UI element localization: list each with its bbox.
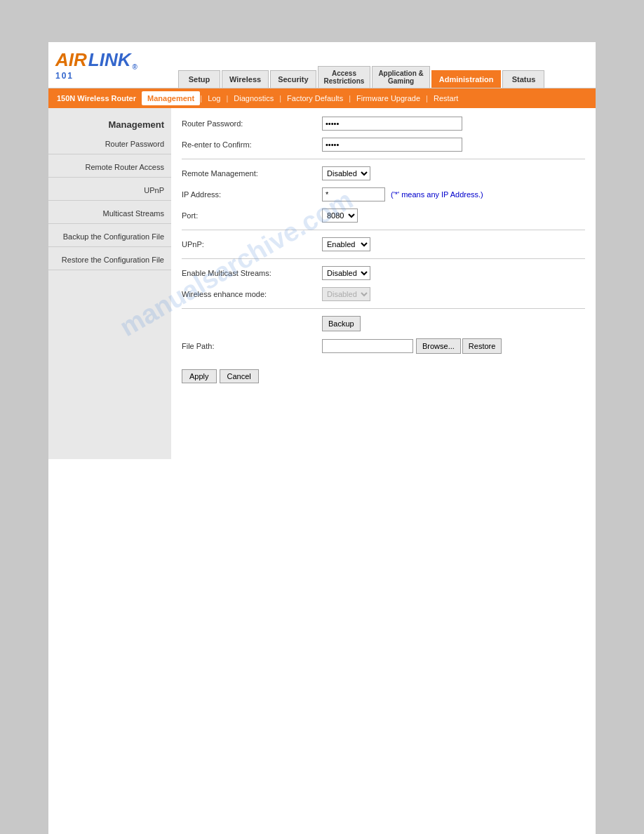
tab-administration[interactable]: Administration [431,70,502,88]
sidebar-section-multicast: Multicast Streams [48,204,171,224]
sidebar-label-backup: Backup the Configuration File [48,230,171,244]
reenter-label: Re-enter to Confirm: [182,140,322,149]
action-buttons: Apply Cancel [182,369,585,383]
ip-address-input[interactable] [322,187,385,201]
router-password-row: Router Password: [182,115,585,132]
multicast-row: Enable Multicast Streams: Disabled Enabl… [182,265,585,282]
subnav-bar: 150N Wireless Router Management | Log | … [48,88,596,108]
reenter-input[interactable] [322,138,462,152]
logo-text-air: AIR [55,49,87,71]
browse-button[interactable]: Browse... [416,338,461,354]
router-password-input[interactable] [322,117,462,131]
wireless-enhance-select[interactable]: Disabled Enabled [322,287,370,301]
port-label: Port: [182,211,322,220]
subnav-sep4: | [349,94,351,102]
page-title: Management [48,115,171,134]
subnav-sep3: | [279,94,281,102]
sidebar-section-restore: Restore the Configuration File [48,250,171,270]
tab-status[interactable]: Status [502,70,544,88]
reenter-row: Re-enter to Confirm: [182,136,585,153]
multicast-select[interactable]: Disabled Enabled [322,266,370,280]
apply-button[interactable]: Apply [182,369,217,383]
sidebar-label-multicast: Multicast Streams [48,206,171,220]
logo-101: 101 [55,71,74,81]
remote-management-select[interactable]: Disabled Enabled [322,166,370,180]
file-path-input[interactable] [322,339,413,353]
sidebar-label-restore: Restore the Configuration File [48,253,171,267]
subnav-log[interactable]: Log [202,91,226,105]
subnav-sep2: | [226,94,228,102]
sidebar-label-upnp: UPnP [48,183,171,197]
sidebar-section-router-password: Router Password [48,134,171,154]
subnav-management[interactable]: Management [142,91,200,105]
port-select[interactable]: 8080 [322,208,358,223]
tab-access[interactable]: AccessRestrictions [318,66,371,88]
nav-tabs: Setup Wireless Security AccessRestrictio… [171,42,596,88]
backup-row: Backup [182,315,585,333]
device-label: 150N Wireless Router [51,94,142,102]
logo-registered: ® [132,63,137,71]
subnav-sep5: | [426,94,428,102]
sidebar-label-remote-access: Remote Router Access [48,160,171,174]
upnp-label: UPnP: [182,240,322,249]
sidebar-section-upnp: UPnP [48,180,171,201]
sidebar-section-remote-access: Remote Router Access [48,157,171,178]
main-content: Router Password: Re-enter to Confirm: Re… [171,108,596,459]
multicast-label: Enable Multicast Streams: [182,269,322,277]
port-row: Port: 8080 [182,207,585,224]
restore-row: File Path: Browse... Restore [182,337,585,355]
tab-wireless[interactable]: Wireless [222,70,269,88]
remote-management-row: Remote Management: Disabled Enabled [182,165,585,182]
header: AIRLINK® 101 Setup Wireless Security Acc… [48,42,596,88]
logo-text-link: LINK [88,49,131,71]
subnav-diagnostics[interactable]: Diagnostics [228,91,279,105]
logo: AIRLINK® 101 [55,49,137,81]
subnav-firmware-upgrade[interactable]: Firmware Upgrade [351,91,426,105]
tab-security[interactable]: Security [270,70,316,88]
subnav-factory-defaults[interactable]: Factory Defaults [281,91,349,105]
file-path-label: File Path: [182,342,322,350]
subnav-sep1: | [200,94,202,102]
divider-4 [182,308,585,309]
divider-2 [182,230,585,230]
content-wrapper: manualsarchive.com Management Router Pas… [48,108,596,459]
tab-setup[interactable]: Setup [178,70,220,88]
subnav-restart[interactable]: Restart [428,91,464,105]
divider-1 [182,159,585,159]
content-area: Management Router Password Remote Router… [48,108,596,459]
wireless-enhance-label: Wireless enhance mode: [182,290,322,298]
upnp-row: UPnP: Enabled Disabled [182,236,585,253]
restore-button[interactable]: Restore [462,338,502,354]
backup-button[interactable]: Backup [322,316,361,331]
sidebar-section-backup: Backup the Configuration File [48,227,171,247]
router-password-label: Router Password: [182,119,322,128]
sidebar-label-router-password: Router Password [48,137,171,151]
tab-appgaming[interactable]: Application &Gaming [372,66,429,88]
left-sidebar: Management Router Password Remote Router… [48,108,171,459]
ip-address-row: IP Address: ('*' means any IP Address.) [182,186,585,203]
divider-3 [182,258,585,259]
remote-management-label: Remote Management: [182,169,322,178]
subnav-items: Management | Log | Diagnostics | Factory… [142,91,593,105]
ip-hint: ('*' means any IP Address.) [391,190,483,199]
upnp-select[interactable]: Enabled Disabled [322,237,370,251]
wireless-enhance-row: Wireless enhance mode: Disabled Enabled [182,286,585,303]
cancel-button[interactable]: Cancel [220,369,259,383]
ip-address-label: IP Address: [182,190,322,199]
logo-area: AIRLINK® 101 [48,42,171,88]
